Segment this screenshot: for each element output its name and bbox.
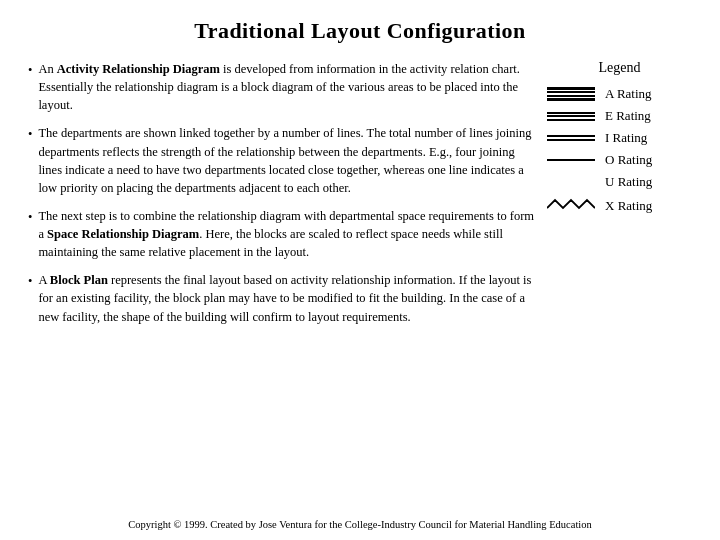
e-rating-symbol [547,112,595,121]
u-rating-symbol [547,176,595,188]
bullet-text-2: The departments are shown linked togethe… [38,124,537,197]
x-rating-symbol [547,196,595,216]
legend-symbol-u [547,176,595,188]
legend-symbol-i [547,135,595,141]
e-line-3 [547,119,595,121]
legend-symbol-x [547,196,595,216]
e-line-1 [547,112,595,114]
o-rating-symbol [547,159,595,161]
e-line-2 [547,115,595,117]
legend-label-a: A Rating [605,86,652,102]
bullet-text-1: An Activity Relationship Diagram is deve… [38,60,537,114]
legend-symbol-e [547,112,595,121]
legend-label-e: E Rating [605,108,651,124]
bullet-4: • A Block Plan represents the final layo… [28,271,537,325]
legend-symbol-o [547,159,595,161]
legend-title: Legend [547,60,692,76]
i-line-2 [547,139,595,141]
legend-item-a: A Rating [547,86,692,102]
legend-item-e: E Rating [547,108,692,124]
bullet-1: • An Activity Relationship Diagram is de… [28,60,537,114]
x-rating-svg [547,196,595,212]
o-line-1 [547,159,595,161]
a-line-1 [547,87,595,89]
legend-label-u: U Rating [605,174,652,190]
copyright-text: Copyright © 1999. Created by Jose Ventur… [28,519,692,530]
a-line-2 [547,91,595,93]
bullet-dot-2: • [28,125,32,143]
a-rating-symbol [547,87,595,100]
page: Traditional Layout Configuration • An Ac… [0,0,720,540]
legend-item-x: X Rating [547,196,692,216]
bullet-text-4: A Block Plan represents the final layout… [38,271,537,325]
legend-symbol-a [547,87,595,100]
legend-label-i: I Rating [605,130,647,146]
page-title: Traditional Layout Configuration [28,18,692,44]
i-line-1 [547,135,595,137]
bullet-text-3: The next step is to combine the relation… [38,207,537,261]
legend-item-u: U Rating [547,174,692,190]
content-row: • An Activity Relationship Diagram is de… [28,60,692,513]
legend-label-x: X Rating [605,198,652,214]
bullet-dot-3: • [28,208,32,226]
bullet-dot-1: • [28,61,32,79]
main-text: • An Activity Relationship Diagram is de… [28,60,537,513]
legend-item-i: I Rating [547,130,692,146]
bullet-2: • The departments are shown linked toget… [28,124,537,197]
legend-item-o: O Rating [547,152,692,168]
a-line-4 [547,98,595,100]
bullet-3: • The next step is to combine the relati… [28,207,537,261]
bullet-dot-4: • [28,272,32,290]
i-rating-symbol [547,135,595,141]
legend-label-o: O Rating [605,152,652,168]
a-line-3 [547,95,595,97]
legend-panel: Legend A Rating [547,60,692,513]
